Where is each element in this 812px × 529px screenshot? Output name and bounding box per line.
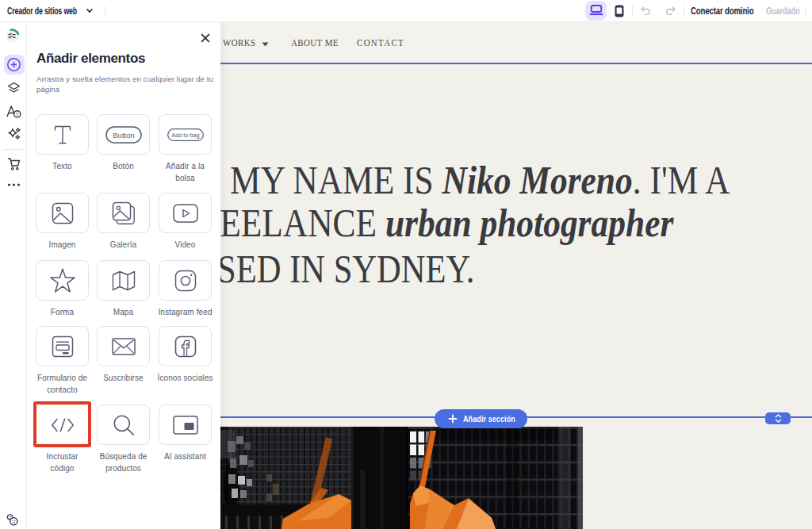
svg-text:Add to bag: Add to bag — [171, 131, 199, 138]
svg-text:Button: Button — [113, 130, 134, 139]
